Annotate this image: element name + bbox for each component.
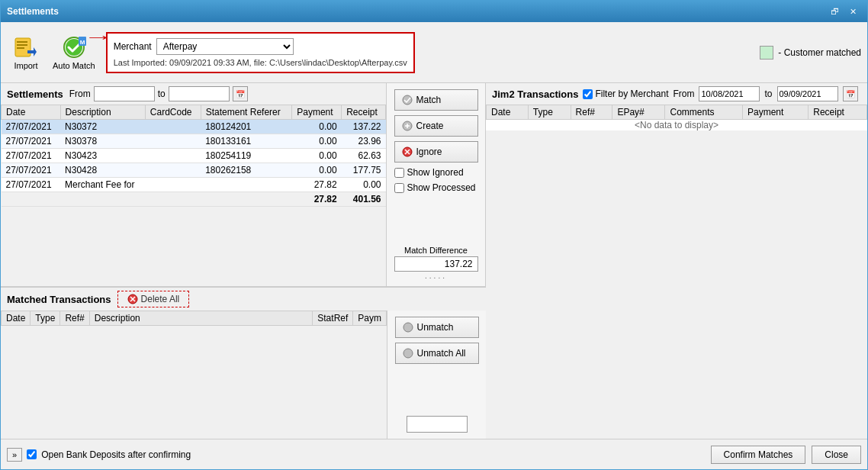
filter-merchant-label[interactable]: Filter by Merchant <box>595 89 668 99</box>
settlements-title: Settlements <box>7 89 63 100</box>
cell-date: 27/07/2021 <box>2 149 61 163</box>
jim2-calendar-button[interactable]: 📅 <box>843 86 858 101</box>
unmatch-button[interactable]: Unmatch <box>395 317 479 338</box>
matched-content: Date Type Ref# Description StatRef Paym <box>1 311 486 439</box>
dots-indicator: ..... <box>394 272 478 280</box>
cell-receipt: 0.00 <box>342 178 386 192</box>
calendar-button[interactable]: 📅 <box>233 86 248 101</box>
cell-statement-ref: 180133161 <box>201 134 292 149</box>
match-diff-value: 137.22 <box>394 256 478 272</box>
ignore-label: Ignore <box>416 146 442 157</box>
cell-date: 27/07/2021 <box>2 163 61 178</box>
open-bank-deposits-label[interactable]: Open Bank Deposits after confirming <box>41 449 191 460</box>
cell-date: 27/07/2021 <box>2 134 61 149</box>
unmatch-icon <box>402 321 414 333</box>
settlements-table: Date Description CardCode Statement Refe… <box>1 105 386 207</box>
delete-all-label: Delete All <box>141 294 180 304</box>
settlements-header: Settlements From to 📅 <box>1 83 386 105</box>
close-button[interactable]: Close <box>812 446 861 464</box>
cell-description: Merchant Fee for <box>60 178 145 192</box>
table-row[interactable]: 27/07/2021 N30372 180124201 0.00 137.22 <box>2 120 386 134</box>
cell-receipt: 177.75 <box>342 163 386 178</box>
import-button[interactable]: Import <box>7 32 45 73</box>
jim2-to-label: to <box>764 89 772 99</box>
matched-col-description: Description <box>89 311 313 326</box>
show-ignored-checkbox[interactable] <box>394 168 404 178</box>
show-processed-checkbox[interactable] <box>394 183 404 193</box>
middle-panel: Match Create <box>387 83 486 286</box>
cell-payment: 0.00 <box>292 149 342 163</box>
open-bank-deposits-checkbox[interactable] <box>27 449 37 459</box>
auto-match-icon: M <box>62 35 86 60</box>
show-ignored-label[interactable]: Show Ignored <box>407 167 464 178</box>
matched-header-row: Date Type Ref# Description StatRef Paym <box>2 311 387 326</box>
svg-rect-1 <box>17 41 27 43</box>
cell-receipt: 137.22 <box>342 120 386 134</box>
create-label: Create <box>416 121 444 131</box>
create-button[interactable]: Create <box>394 115 478 137</box>
totals-spacer <box>2 192 292 207</box>
merchant-row: Merchant Afterpay <box>114 38 407 55</box>
ignore-icon <box>401 146 413 158</box>
content-area: Settlements From to 📅 <box>1 83 867 439</box>
jim2-to-date[interactable] <box>777 86 838 101</box>
col-receipt: Receipt <box>342 105 386 120</box>
filter-merchant-checkbox[interactable] <box>583 89 593 99</box>
from-date-input[interactable] <box>94 86 155 101</box>
to-date-input[interactable] <box>169 86 230 101</box>
show-ignored-row: Show Ignored <box>394 167 478 178</box>
show-processed-label[interactable]: Show Processed <box>407 182 476 193</box>
unmatch-panel: Unmatch Unmatch All <box>387 311 486 439</box>
unmatch-all-icon <box>402 347 414 359</box>
delete-all-button[interactable]: Delete All <box>117 291 190 307</box>
create-icon <box>401 120 413 132</box>
col-description: Description <box>60 105 145 120</box>
match-icon <box>401 94 413 106</box>
cell-description: N30372 <box>60 120 145 134</box>
window-title: Settlements <box>7 6 59 17</box>
unmatch-all-button[interactable]: Unmatch All <box>395 343 479 364</box>
confirm-matches-button[interactable]: Confirm Matches <box>711 446 806 464</box>
table-row[interactable]: 27/07/2021 N30423 180254119 0.00 62.63 <box>2 149 386 163</box>
jim2-from-date[interactable] <box>699 86 760 101</box>
close-window-button[interactable]: ✕ <box>845 5 861 18</box>
jim2-from-label: From <box>673 89 694 99</box>
unmatch-label: Unmatch <box>417 322 454 333</box>
footer-left: » Open Bank Deposits after confirming <box>7 448 191 462</box>
cell-cardcode <box>145 163 201 178</box>
cell-cardcode <box>145 134 201 149</box>
table-row[interactable]: 27/07/2021 N30378 180133161 0.00 23.96 <box>2 134 386 149</box>
matched-transactions-section: Matched Transactions Delete All <box>1 286 486 439</box>
cell-statement-ref: 180124201 <box>201 120 292 134</box>
merchant-label: Merchant <box>114 41 152 52</box>
settlements-tfoot: 27.82 401.56 <box>2 192 386 207</box>
ignore-button[interactable]: Ignore <box>394 141 478 163</box>
match-difference-section: Match Difference 137.22 ..... <box>394 246 478 280</box>
cell-statement-ref <box>201 178 292 192</box>
table-row[interactable]: 27/07/2021 N30428 180262158 0.00 177.75 <box>2 163 386 178</box>
restore-button[interactable]: 🗗 <box>826 5 844 18</box>
legend-color-box <box>760 46 773 60</box>
match-diff-label: Match Difference <box>394 246 478 255</box>
matched-col-paym: Paym <box>353 311 387 326</box>
cell-payment: 0.00 <box>292 163 342 178</box>
jim2-col-type: Type <box>528 105 571 120</box>
import-label: Import <box>14 61 37 70</box>
footer-right: Confirm Matches Close <box>711 446 861 464</box>
table-row[interactable]: 27/07/2021 Merchant Fee for 27.82 0.00 <box>2 178 386 192</box>
matched-thead: Date Type Ref# Description StatRef Paym <box>2 311 387 326</box>
nav-button[interactable]: » <box>7 448 22 462</box>
jim2-col-date: Date <box>487 105 529 120</box>
merchant-select[interactable]: Afterpay <box>156 38 294 55</box>
jim2-col-ref: Ref# <box>571 105 612 120</box>
cell-payment: 0.00 <box>292 120 342 134</box>
matched-header: Matched Transactions Delete All <box>1 288 486 311</box>
cell-description: N30378 <box>60 134 145 149</box>
arrow-indicator: → <box>83 28 114 46</box>
to-label: to <box>158 89 166 99</box>
filter-merchant-checkbox-row: Filter by Merchant <box>583 89 668 99</box>
match-button[interactable]: Match <box>394 89 478 111</box>
merchant-section: Merchant Afterpay Last Imported: 09/09/2… <box>106 32 415 73</box>
matched-title: Matched Transactions <box>7 294 111 305</box>
cell-payment: 0.00 <box>292 134 342 149</box>
